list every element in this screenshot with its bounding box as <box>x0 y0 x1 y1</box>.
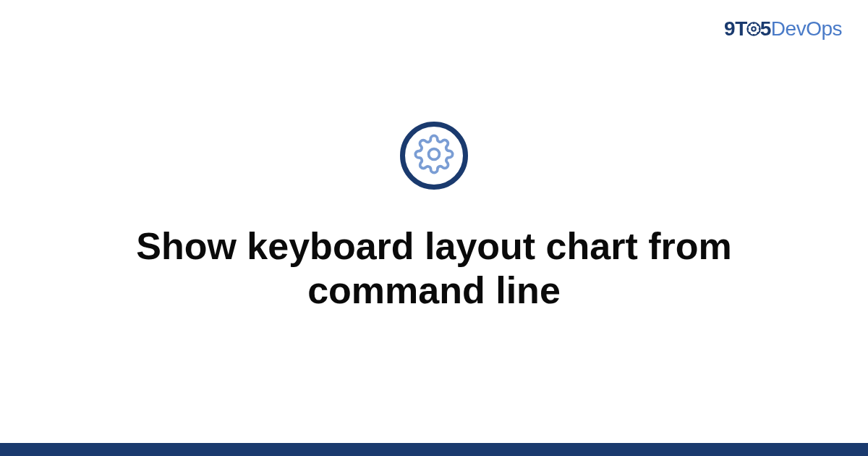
footer-bar <box>0 443 868 456</box>
main-content: Show keyboard layout chart from command … <box>0 0 868 456</box>
svg-point-2 <box>429 148 440 159</box>
icon-badge <box>400 122 468 190</box>
gear-icon <box>414 134 454 177</box>
page-title: Show keyboard layout chart from command … <box>72 224 796 313</box>
